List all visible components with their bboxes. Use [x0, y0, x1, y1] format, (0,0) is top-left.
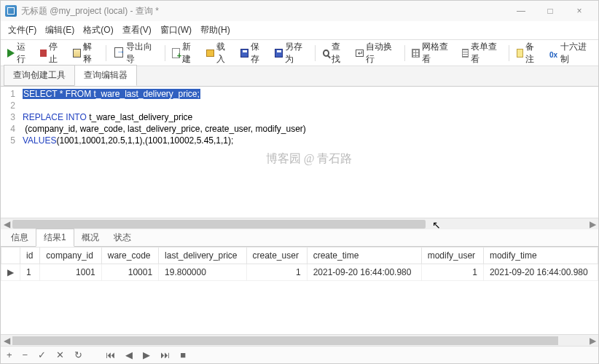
- minimize-button[interactable]: —: [506, 1, 536, 21]
- refresh-button[interactable]: ↻: [73, 349, 84, 360]
- auto-wrap-button[interactable]: 自动换行: [352, 39, 400, 68]
- explain-button[interactable]: 解释: [69, 39, 102, 68]
- separator: [106, 45, 106, 61]
- tab-info[interactable]: 信息: [4, 229, 36, 246]
- mouse-cursor-icon: ↖: [432, 219, 441, 231]
- col-id[interactable]: id: [20, 248, 40, 264]
- tab-query-builder[interactable]: 查询创建工具: [4, 65, 75, 86]
- last-record-button[interactable]: ⏭: [159, 349, 171, 360]
- col-ware-code[interactable]: ware_code: [101, 248, 158, 264]
- table-row[interactable]: ▶ 1 1001 10001 19.800000 1 2021-09-20 16…: [1, 264, 598, 281]
- first-record-button[interactable]: ⏮: [104, 349, 117, 360]
- form-view-label: 表单查看: [471, 41, 501, 66]
- separator: [165, 45, 165, 61]
- grid-view-button[interactable]: 网格查看: [408, 39, 456, 68]
- form-icon: [462, 49, 469, 58]
- col-create-time[interactable]: create_time: [307, 248, 421, 264]
- load-button[interactable]: 载入: [203, 39, 235, 68]
- cell-company-id[interactable]: 1001: [40, 264, 102, 281]
- tab-status[interactable]: 状态: [106, 229, 138, 246]
- menu-view[interactable]: 查看(V): [118, 22, 156, 39]
- hex-button[interactable]: 十六进制: [546, 39, 595, 68]
- nav-stop-button[interactable]: ■: [179, 349, 187, 360]
- col-create-user[interactable]: create_user: [246, 248, 307, 264]
- new-label: 新建: [182, 41, 197, 66]
- grid-scroll-track[interactable]: [12, 335, 587, 346]
- menu-format[interactable]: 格式(O): [79, 22, 117, 39]
- menu-file[interactable]: 文件(F): [4, 22, 41, 39]
- cell-create-user[interactable]: 1: [246, 264, 307, 281]
- explain-icon: [73, 49, 81, 58]
- new-icon: [172, 48, 180, 58]
- cell-create-time[interactable]: 2021-09-20 16:44:00.980: [307, 264, 421, 281]
- cell-ware-code[interactable]: 10001: [101, 264, 158, 281]
- save-as-label: 另存为: [285, 41, 308, 66]
- grid-scrollbar[interactable]: ◀ ▶: [1, 334, 598, 346]
- col-last-delivery-price[interactable]: last_delivery_price: [159, 248, 246, 264]
- code-line-4: (company_id, ware_code, last_delivery_pr…: [23, 123, 595, 135]
- save-button[interactable]: 保存: [237, 39, 270, 68]
- editor-scrollbar[interactable]: ◀ ↖ ▶: [1, 218, 598, 229]
- cell-modify-time[interactable]: 2021-09-20 16:44:00.980: [483, 264, 598, 281]
- tab-result1[interactable]: 结果1: [36, 229, 74, 247]
- tab-profile[interactable]: 概况: [74, 229, 106, 246]
- keyword-values: VALUES: [23, 135, 56, 146]
- play-icon: [7, 49, 15, 58]
- run-button[interactable]: 运行: [4, 39, 35, 68]
- menu-window[interactable]: 窗口(W): [156, 22, 196, 39]
- maximize-button[interactable]: □: [536, 1, 565, 21]
- header-row: id company_id ware_code last_delivery_pr…: [1, 248, 598, 264]
- result-tabs: 信息 结果1 概况 状态: [1, 229, 598, 247]
- cell-modify-user[interactable]: 1: [421, 264, 483, 281]
- grid-scroll-thumb[interactable]: [12, 336, 558, 345]
- wrap-icon: [356, 50, 364, 57]
- new-button[interactable]: 新建: [168, 39, 201, 68]
- sql-editor[interactable]: 12345 SELECT * FROM t_ware_last_delivery…: [1, 87, 598, 218]
- cell-id[interactable]: 1: [20, 264, 40, 281]
- explain-label: 解释: [83, 41, 98, 66]
- menu-help[interactable]: 帮助(H): [196, 22, 235, 39]
- prev-record-button[interactable]: ◀: [124, 349, 134, 360]
- export-icon: [114, 47, 124, 59]
- run-label: 运行: [17, 41, 31, 66]
- form-view-button[interactable]: 表单查看: [458, 39, 505, 68]
- line-gutter: 12345: [1, 87, 20, 218]
- add-record-button[interactable]: +: [5, 349, 14, 360]
- notes-button[interactable]: 备注: [513, 39, 544, 68]
- confirm-button[interactable]: ✓: [36, 349, 47, 360]
- editor-tabs: 查询创建工具 查询编辑器: [1, 66, 598, 87]
- remove-record-button[interactable]: −: [21, 349, 30, 360]
- note-icon: [517, 49, 523, 58]
- scroll-left-icon[interactable]: ◀: [1, 218, 12, 230]
- next-record-button[interactable]: ▶: [141, 349, 152, 360]
- export-wizard-button[interactable]: 导出向导: [110, 39, 161, 68]
- separator: [404, 45, 405, 61]
- grid-scroll-left-icon[interactable]: ◀: [1, 335, 12, 346]
- find-button[interactable]: 查找: [319, 39, 351, 68]
- grid-scroll-right-icon[interactable]: ▶: [587, 335, 598, 346]
- load-icon: [206, 50, 214, 57]
- stop-button[interactable]: 停止: [36, 39, 68, 68]
- menu-bar: 文件(F) 编辑(E) 格式(O) 查看(V) 窗口(W) 帮助(H): [1, 21, 598, 40]
- row-pointer-header: [1, 248, 20, 264]
- col-modify-time[interactable]: modify_time: [483, 248, 598, 264]
- watermark: 博客园 @ 青石路: [266, 153, 353, 165]
- cell-last-delivery-price[interactable]: 19.800000: [159, 264, 246, 281]
- cancel-button[interactable]: ✕: [55, 349, 66, 360]
- window-title: 无标题 @my_project (local) - 查询 *: [21, 5, 506, 17]
- scroll-right-icon[interactable]: ▶: [587, 218, 598, 230]
- code-line-5-rest: (1001,10001,20.5,1,1),(1001,10002,5.45,1…: [56, 135, 233, 146]
- record-nav: + − ✓ ✕ ↻ ⏮ ◀ ▶ ⏭ ■: [1, 346, 598, 363]
- result-grid[interactable]: id company_id ware_code last_delivery_pr…: [1, 247, 598, 334]
- code-area[interactable]: SELECT * FROM t_ware_last_delivery_price…: [20, 87, 598, 218]
- wrap-label: 自动换行: [366, 41, 396, 66]
- tab-query-editor[interactable]: 查询编辑器: [74, 65, 137, 86]
- close-button[interactable]: ×: [565, 1, 594, 21]
- toolbar: 运行 停止 解释 导出向导 新建 载入 保存 另存为 查找 自动换行 网格查看 …: [1, 40, 598, 66]
- col-company-id[interactable]: company_id: [40, 248, 102, 264]
- scroll-thumb[interactable]: [12, 220, 426, 229]
- save-as-button[interactable]: 另存为: [271, 39, 312, 68]
- menu-edit[interactable]: 编辑(E): [41, 22, 79, 39]
- col-modify-user[interactable]: modify_user: [421, 248, 483, 264]
- scroll-track[interactable]: ↖: [12, 218, 587, 230]
